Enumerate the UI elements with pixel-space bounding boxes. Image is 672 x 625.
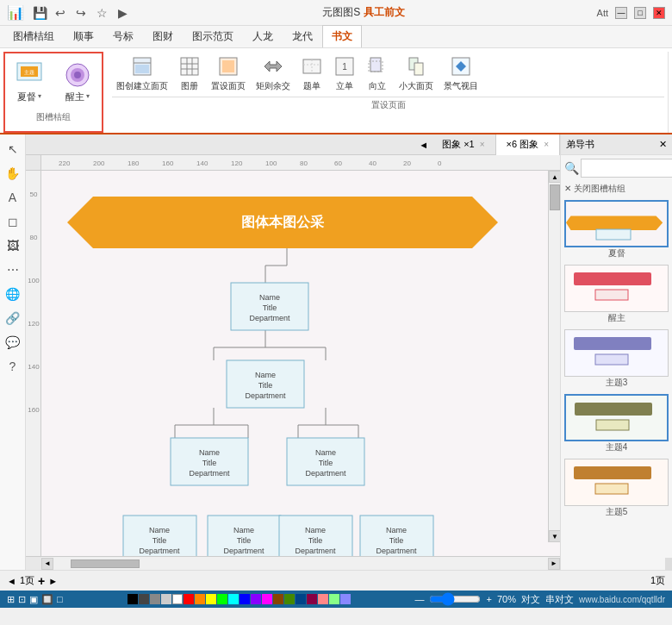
- ribbon-btn-grid[interactable]: 图册: [174, 53, 205, 95]
- tab-龙代[interactable]: 龙代: [283, 25, 322, 47]
- theme-item-xiadu[interactable]: 夏督: [564, 200, 669, 259]
- zoom-slider[interactable]: [429, 592, 481, 606]
- tab-scroll-left[interactable]: ◄: [419, 140, 428, 150]
- swatch-navy[interactable]: [296, 594, 306, 604]
- page-prev-btn[interactable]: ◄: [7, 576, 16, 586]
- right-panel-close[interactable]: ✕: [659, 139, 667, 150]
- tool-text[interactable]: A: [2, 186, 24, 209]
- swatch-darkgreen[interactable]: [284, 594, 295, 604]
- tab-人龙[interactable]: 人龙: [243, 25, 283, 47]
- scrollbar-vertical[interactable]: ▲ ▼: [548, 171, 560, 542]
- swatch-black[interactable]: [128, 594, 138, 604]
- ribbon-btn-size[interactable]: 矩则余交: [252, 53, 295, 95]
- tool-pan[interactable]: ✋: [2, 162, 24, 184]
- theme-item-4[interactable]: 主题4: [564, 394, 669, 453]
- swatch-lightgreen[interactable]: [329, 594, 339, 604]
- svg-rect-115: [595, 484, 628, 494]
- swatch-orange[interactable]: [195, 594, 205, 604]
- tab-图槽桔组[interactable]: 图槽桔组: [3, 25, 64, 47]
- ruler-v-svg: 50 80 100 120 140 160: [26, 171, 41, 550]
- tool-link[interactable]: 🔗: [2, 307, 24, 329]
- tab-diagram2[interactable]: ×6 图象 ×: [496, 134, 560, 155]
- ribbon-btn-theme1[interactable]: 主题 夏督 ▾: [9, 57, 50, 108]
- scroll-down[interactable]: ▼: [549, 530, 560, 542]
- ribbon-btn-border[interactable]: 题单: [296, 53, 327, 95]
- panel-scrollbar[interactable]: [665, 558, 672, 570]
- tab-diagram1[interactable]: 图象 ×1 ×: [432, 134, 495, 155]
- svg-rect-15: [222, 60, 234, 72]
- status-bar: ⊞ ⊡ ▣ 🔲 □: [0, 591, 672, 608]
- ribbon-btn-cover[interactable]: 图创建立面页: [112, 53, 172, 95]
- tool-select[interactable]: ↖: [2, 138, 24, 160]
- swatch-pink[interactable]: [318, 594, 328, 604]
- canvas-container: 220 200 180 160 140 120 100 80 60 40 20 …: [26, 155, 560, 570]
- qa-star[interactable]: ☆: [93, 4, 110, 22]
- tool-help[interactable]: ?: [2, 355, 24, 378]
- svg-text:Department: Department: [376, 547, 417, 555]
- theme-item-xingzhu[interactable]: 醒主: [564, 265, 669, 324]
- swatch-white[interactable]: [172, 594, 183, 604]
- swatch-blue[interactable]: [240, 594, 250, 604]
- tool-comment[interactable]: 💬: [2, 331, 24, 353]
- zoom-out-btn[interactable]: —: [414, 594, 424, 604]
- maximize-button[interactable]: □: [634, 7, 646, 19]
- diagram-canvas[interactable]: 图体本图公采: [41, 171, 560, 556]
- swatch-green[interactable]: [217, 594, 227, 604]
- scroll-left[interactable]: ◄: [41, 558, 53, 570]
- swatch-gray[interactable]: [150, 594, 160, 604]
- tab-号标[interactable]: 号标: [103, 25, 143, 47]
- ribbon-btn-smallpage[interactable]: 小大面页: [395, 53, 438, 95]
- tab-图财[interactable]: 图财: [143, 25, 183, 47]
- swatch-darkgray[interactable]: [139, 594, 149, 604]
- scroll-up[interactable]: ▲: [549, 171, 560, 183]
- swatch-cyan[interactable]: [228, 594, 239, 604]
- tool-shape[interactable]: ◻: [2, 210, 24, 233]
- tool-connect[interactable]: ⋯: [2, 259, 24, 281]
- swatch-brown[interactable]: [273, 594, 283, 604]
- page-next-btn[interactable]: ►: [48, 576, 58, 586]
- minimize-button[interactable]: —: [615, 7, 627, 19]
- scroll-thumb-h[interactable]: [71, 559, 140, 568]
- tool-image[interactable]: 🖼: [2, 234, 24, 257]
- swatch-yellow[interactable]: [206, 594, 216, 604]
- qa-undo[interactable]: ↩: [52, 4, 69, 22]
- close-button[interactable]: ✕: [653, 7, 665, 19]
- qa-save[interactable]: 💾: [31, 4, 48, 22]
- scrollbar-track[interactable]: [53, 559, 548, 568]
- dir-label: 向立: [369, 80, 386, 92]
- close-theme-group[interactable]: ✕ 关闭图槽桔组: [561, 181, 672, 197]
- page-add-btn[interactable]: +: [38, 574, 45, 588]
- zoom-in-btn[interactable]: +: [486, 594, 491, 604]
- ribbon-btn-num[interactable]: 1 立单: [329, 53, 360, 95]
- swatch-maroon[interactable]: [307, 594, 317, 604]
- tab-图示范页[interactable]: 图示范页: [183, 25, 243, 47]
- swatch-magenta[interactable]: [262, 594, 272, 604]
- qa-redo[interactable]: ↪: [72, 4, 90, 22]
- tab1-close[interactable]: ×: [480, 140, 485, 149]
- swatch-lightblue[interactable]: [340, 594, 351, 604]
- qa-extra[interactable]: ▶: [114, 4, 131, 22]
- swatch-lightgray[interactable]: [161, 594, 171, 604]
- svg-text:主题: 主题: [24, 69, 34, 75]
- swatch-red[interactable]: [184, 594, 194, 604]
- search-input[interactable]: [581, 159, 672, 178]
- svg-text:Title: Title: [389, 536, 404, 545]
- tool-earth[interactable]: 🌐: [2, 283, 24, 305]
- scrollbar-horizontal[interactable]: ◄ ►: [41, 557, 560, 570]
- theme-buttons-row: 主题 夏督 ▾ 醒主 ▾: [9, 57, 98, 108]
- theme-item-3[interactable]: 主题3: [564, 329, 669, 389]
- preview-icon: [451, 56, 471, 80]
- ribbon-btn-bg[interactable]: 置设面页: [207, 53, 250, 95]
- tab-书文[interactable]: 书文: [322, 25, 362, 47]
- theme-item-5[interactable]: 主题5: [564, 459, 669, 518]
- scroll-thumb-v[interactable]: [550, 184, 560, 210]
- tab-顺事[interactable]: 顺事: [64, 25, 103, 47]
- swatch-purple[interactable]: [251, 594, 261, 604]
- ribbon-btn-theme2[interactable]: 醒主 ▾: [57, 57, 98, 108]
- ribbon-btn-dir[interactable]: 向立: [362, 53, 393, 95]
- smallpage-icon: [406, 56, 426, 80]
- tab2-close[interactable]: ×: [544, 140, 549, 149]
- grid-icon: [179, 56, 200, 80]
- ribbon-btn-preview[interactable]: 景气视目: [439, 53, 482, 95]
- scroll-right[interactable]: ►: [548, 558, 560, 570]
